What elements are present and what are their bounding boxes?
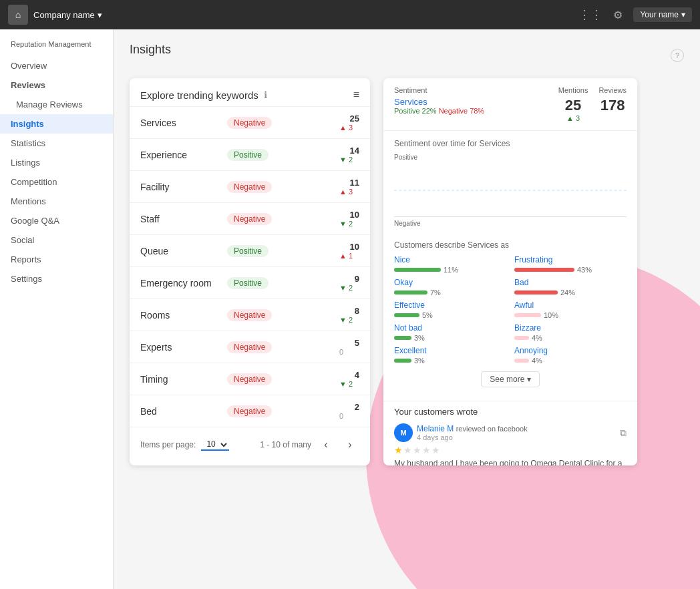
keyword-row-queue[interactable]: Queue Positive 10 ▲ 1: [130, 234, 370, 266]
company-selector[interactable]: Company name ▾: [33, 10, 102, 20]
describes-word[interactable]: Bizzare: [514, 323, 627, 333]
describes-word[interactable]: Awful: [514, 301, 627, 310]
star-5: ★: [431, 445, 440, 455]
describes-bar: [514, 336, 529, 340]
keyword-row-bed[interactable]: Bed Negative 2 0: [130, 395, 370, 427]
home-icon: ⌂: [15, 9, 21, 20]
sidebar-item-mentions[interactable]: Mentions: [0, 192, 113, 211]
keyword-change: ▼ 2: [339, 380, 359, 388]
company-name: Company name: [33, 10, 95, 20]
mentions-block: Mentions 25 ▲ 3: [558, 86, 588, 122]
pagination-next-button[interactable]: ›: [341, 435, 359, 454]
keyword-count: 2: [339, 402, 359, 412]
keyword-badge: Negative: [227, 213, 272, 225]
company-chevron-icon: ▾: [98, 10, 102, 20]
keyword-change: ▼ 2: [339, 316, 359, 324]
settings-gear-icon[interactable]: ⚙: [613, 9, 623, 21]
content-area: Insights ? Explore trending keywords ℹ ≡…: [114, 29, 700, 589]
describes-pct: 5%: [422, 311, 433, 319]
items-per-page-select[interactable]: 10 25 50: [201, 439, 229, 451]
review-author[interactable]: Melanie M reviewed on facebook: [417, 424, 616, 433]
sentiment-value[interactable]: Services: [394, 97, 548, 107]
reviews-block: Reviews 178: [598, 86, 627, 114]
page-title: Insights: [130, 43, 171, 57]
keywords-title: Explore trending keywords: [140, 89, 258, 101]
user-menu[interactable]: Your name ▾: [633, 7, 692, 22]
info-icon[interactable]: ℹ: [264, 89, 267, 100]
describes-bar: [514, 359, 529, 363]
keyword-change: ▲ 1: [339, 252, 359, 260]
keyword-name: Experts: [140, 342, 227, 353]
describes-word[interactable]: Excellent: [394, 346, 506, 355]
keyword-count: 25: [339, 114, 359, 124]
apps-grid-icon[interactable]: ⋮⋮: [578, 7, 602, 22]
describes-pct: 7%: [430, 288, 441, 297]
mentions-label: Mentions: [558, 86, 588, 94]
describes-bar: [514, 268, 574, 272]
keyword-count: 10: [339, 210, 359, 220]
keyword-name: Timing: [140, 374, 227, 385]
keyword-row-emergency-room[interactable]: Emergency room Positive 9 ▼ 2: [130, 266, 370, 299]
sidebar-item-insights[interactable]: Insights: [0, 114, 113, 134]
describes-word[interactable]: Annoying: [514, 346, 627, 355]
sidebar-item-reviews[interactable]: Reviews: [0, 75, 113, 95]
describes-word[interactable]: Effective: [394, 301, 506, 310]
describes-pct: 4%: [532, 357, 542, 365]
describes-word[interactable]: Nice: [394, 255, 506, 264]
cards-container: Explore trending keywords ℹ ≡ Services N…: [130, 78, 684, 465]
chart-area: [394, 164, 627, 217]
items-per-page-label: Items per page:: [140, 440, 196, 449]
describes-pct: 4%: [532, 334, 542, 342]
describes-pct: 24%: [560, 288, 575, 297]
keyword-row-services[interactable]: Services Negative 25 ▲ 3: [130, 106, 370, 138]
describes-bar: [394, 359, 411, 363]
review-meta: Melanie M reviewed on facebook 4 days ag…: [417, 424, 616, 441]
keyword-name: Facility: [140, 182, 227, 192]
chart-section: Sentiment over time for Services Positiv…: [383, 131, 637, 235]
describes-word[interactable]: Bad: [514, 278, 627, 287]
keyword-row-experts[interactable]: Experts Negative 5 0: [130, 331, 370, 363]
help-icon[interactable]: ?: [671, 49, 684, 62]
keyword-row-rooms[interactable]: Rooms Negative 8 ▼ 2: [130, 299, 370, 331]
home-button[interactable]: ⌂: [8, 5, 28, 25]
describes-row-awful: Awful 10%: [514, 301, 627, 319]
describes-pct: 43%: [577, 266, 592, 274]
sidebar-item-settings[interactable]: Settings: [0, 269, 113, 288]
sentiment-negative: Negative 78%: [439, 107, 485, 115]
describes-pct: 3%: [414, 357, 425, 365]
keyword-row-experience[interactable]: Experience Positive 14 ▼ 2: [130, 138, 370, 170]
filter-icon[interactable]: ≡: [353, 89, 359, 101]
pagination-prev-button[interactable]: ‹: [317, 435, 335, 454]
keywords-header: Explore trending keywords ℹ ≡: [130, 78, 370, 106]
see-more-button[interactable]: See more ▾: [481, 371, 539, 387]
sidebar-item-manage-reviews[interactable]: Manage Reviews: [0, 95, 113, 114]
external-link-icon[interactable]: ⧉: [620, 427, 627, 439]
describes-bar: [514, 313, 541, 317]
chart-title: Sentiment over time for Services: [394, 139, 627, 148]
sidebar-item-competition[interactable]: Competition: [0, 172, 113, 192]
reviews-label: Reviews: [598, 86, 627, 94]
describes-bar: [394, 336, 411, 340]
keyword-change: ▼ 2: [339, 156, 359, 164]
insights-metrics-header: Sentiment Services Positive 22% Negative…: [383, 78, 637, 131]
pagination-info: 1 - 10 of many: [260, 440, 311, 449]
reviews-value: 178: [598, 97, 627, 114]
describes-word[interactable]: Okay: [394, 278, 506, 287]
sidebar-item-listings[interactable]: Listings: [0, 153, 113, 172]
keyword-row-staff[interactable]: Staff Negative 10 ▼ 2: [130, 202, 370, 234]
describes-row-effective: Effective 5%: [394, 301, 506, 319]
keyword-change: 0: [339, 412, 359, 420]
keyword-row-timing[interactable]: Timing Negative 4 ▼ 2: [130, 363, 370, 395]
review-header: M Melanie M reviewed on facebook 4 days …: [394, 423, 627, 442]
describes-word[interactable]: Not bad: [394, 323, 506, 333]
sidebar-item-overview[interactable]: Overview: [0, 56, 113, 75]
describes-row-okay: Okay 7%: [394, 278, 506, 297]
keyword-badge: Negative: [227, 405, 272, 417]
describes-word[interactable]: Frustrating: [514, 255, 627, 264]
sidebar-item-google-qa[interactable]: Google Q&A: [0, 211, 113, 230]
sidebar-item-reports[interactable]: Reports: [0, 250, 113, 269]
sidebar-item-social[interactable]: Social: [0, 230, 113, 250]
sidebar-item-statistics[interactable]: Statistics: [0, 134, 113, 153]
describes-row-annoying: Annoying 4%: [514, 346, 627, 365]
keyword-row-facility[interactable]: Facility Negative 11 ▲ 3: [130, 170, 370, 202]
